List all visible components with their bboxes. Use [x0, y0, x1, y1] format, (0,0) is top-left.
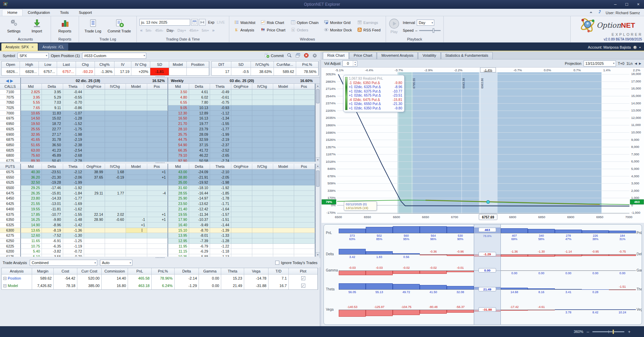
chain-cell[interactable]: -2.78 — [63, 158, 84, 162]
chain-cell[interactable]: -3.82 — [42, 249, 63, 254]
chain-cell[interactable] — [105, 158, 126, 162]
chain-cell[interactable]: 63.00 — [21, 148, 42, 153]
chain-cell[interactable] — [294, 175, 315, 180]
chain-cell[interactable]: 7.80 — [189, 100, 210, 105]
chain-cell[interactable] — [231, 116, 252, 121]
chain-cell[interactable]: 5.55 — [21, 100, 42, 105]
plot-checkbox[interactable]: ✓ — [301, 276, 305, 280]
chain-cell[interactable]: -1.18 — [210, 249, 231, 254]
strike-nav[interactable]: ◀▶ — [0, 78, 21, 83]
chain-cell[interactable] — [252, 132, 273, 137]
chain-column-header-origprice[interactable]: OrigPrice — [84, 164, 105, 170]
chain-cell[interactable]: 3.95 — [42, 89, 63, 95]
chain-cell[interactable] — [84, 180, 105, 185]
chain-cell[interactable] — [231, 180, 252, 185]
chain-cell[interactable] — [294, 233, 315, 238]
maximize-icon[interactable]: □ — [621, 1, 633, 8]
chain-cell[interactable] — [126, 175, 147, 180]
chain-cell[interactable] — [231, 170, 252, 175]
projection-date-select[interactable]: 13/11/2025 ▾ — [584, 60, 616, 67]
chain-cell[interactable] — [252, 254, 273, 257]
chain-cell[interactable]: -1.98 — [210, 180, 231, 185]
chain-cell[interactable] — [147, 153, 168, 158]
chain-cell[interactable] — [294, 180, 315, 185]
chain-cell[interactable]: 11.95 — [168, 244, 189, 249]
chain-cell[interactable] — [294, 111, 315, 116]
chain-cell[interactable] — [126, 238, 147, 244]
speed-slider-thumb[interactable] — [433, 28, 434, 33]
chain-cell[interactable]: 5.40 — [21, 249, 42, 254]
chain-column-header-mid[interactable]: Mid — [168, 84, 189, 89]
chain-cell[interactable]: 10.13 — [189, 105, 210, 111]
chain-column-header-origprice[interactable]: OrigPrice — [84, 84, 105, 89]
chain-cell[interactable]: -1.12 — [210, 111, 231, 116]
chain-cell[interactable]: 36.50 — [42, 142, 63, 148]
chain-cell[interactable] — [105, 244, 126, 249]
chain-cell[interactable] — [147, 132, 168, 137]
chain-column-header-model[interactable]: Model — [273, 84, 294, 89]
chain-cell[interactable] — [231, 207, 252, 212]
chain-cell[interactable] — [126, 254, 147, 257]
chain-cell[interactable] — [252, 95, 273, 100]
chain-cell[interactable] — [126, 89, 147, 95]
chain-cell[interactable] — [231, 212, 252, 217]
time-step-[interactable]: « — [140, 28, 143, 33]
chain-cell[interactable] — [126, 207, 147, 212]
chain-cell[interactable]: -8.19 — [42, 228, 63, 233]
chain-cell[interactable]: -11.81 — [42, 207, 63, 212]
chain-cell[interactable]: -1.77 — [63, 196, 84, 201]
chain-cell[interactable] — [252, 196, 273, 201]
chain-cell[interactable] — [84, 89, 105, 95]
ribbon-button-import[interactable]: Import — [26, 18, 48, 33]
chain-cell[interactable] — [273, 89, 294, 95]
chain-cell[interactable]: -2.74 — [210, 158, 231, 162]
calls-scrollbar[interactable]: ▲ ▼ — [315, 84, 320, 162]
chain-cell[interactable]: -1.99 — [210, 132, 231, 137]
chain-cell[interactable]: 19.55 — [168, 212, 189, 217]
chevron-right-icon[interactable]: ▶ — [10, 79, 14, 83]
chain-cell[interactable]: 37.15 — [189, 142, 210, 148]
chain-cell[interactable]: -1.78 — [210, 196, 231, 201]
chain-cell[interactable] — [294, 116, 315, 121]
chain-cell[interactable]: -6.29 — [189, 249, 210, 254]
chain-cell[interactable]: 41.72 — [189, 148, 210, 153]
chain-cell[interactable]: -2.38 — [63, 142, 84, 148]
chain-cell[interactable] — [126, 170, 147, 175]
zoom-slider-thumb[interactable] — [613, 330, 614, 334]
chain-cell[interactable] — [273, 137, 294, 142]
chain-cell[interactable] — [147, 249, 168, 254]
chain-cell[interactable]: -0.49 — [210, 89, 231, 95]
chain-cell[interactable] — [294, 89, 315, 95]
chain-cell[interactable] — [84, 196, 105, 201]
chain-cell[interactable]: 89.30 — [21, 158, 42, 162]
chain-cell[interactable]: 22.14 — [84, 212, 105, 217]
chain-column-header-ivchg[interactable]: IVChg — [105, 164, 126, 170]
scroll-up-icon[interactable]: ▲ — [316, 164, 320, 168]
chain-cell[interactable] — [105, 127, 126, 132]
chain-cell[interactable] — [231, 217, 252, 223]
chain-cell[interactable]: 21.70 — [168, 121, 189, 127]
chain-cell[interactable] — [105, 148, 126, 153]
chain-column-header-pos[interactable]: Pos — [147, 164, 168, 170]
chain-cell[interactable]: 37.65 — [84, 175, 105, 180]
time-step-45m[interactable]: 45m+ — [189, 28, 199, 32]
chain-cell[interactable] — [273, 191, 294, 196]
chain-cell[interactable]: -21.91 — [189, 175, 210, 180]
chain-cell[interactable] — [84, 105, 105, 111]
chain-cell[interactable]: -2.05 — [210, 175, 231, 180]
chain-cell[interactable] — [84, 137, 105, 142]
chain-cell[interactable] — [252, 223, 273, 228]
chain-cell[interactable]: -1.25 — [63, 238, 84, 244]
chain-column-header-theta[interactable]: Theta — [63, 84, 84, 89]
chain-cell[interactable] — [231, 105, 252, 111]
chain-cell[interactable]: 16.25 — [21, 217, 42, 223]
projection-prev-icon[interactable]: ◀ — [635, 62, 637, 65]
chain-cell[interactable] — [273, 217, 294, 223]
vol-adjust-stepper[interactable]: 0 ▲▼ — [342, 60, 357, 67]
chain-cell[interactable] — [105, 180, 126, 185]
chain-cell[interactable]: -8.01 — [189, 233, 210, 238]
window-toggle-price-chart[interactable]: Price Chart — [259, 26, 287, 34]
chain-cell[interactable]: 50.58 — [189, 158, 210, 162]
chain-cell[interactable] — [84, 249, 105, 254]
chain-cell[interactable] — [126, 244, 147, 249]
